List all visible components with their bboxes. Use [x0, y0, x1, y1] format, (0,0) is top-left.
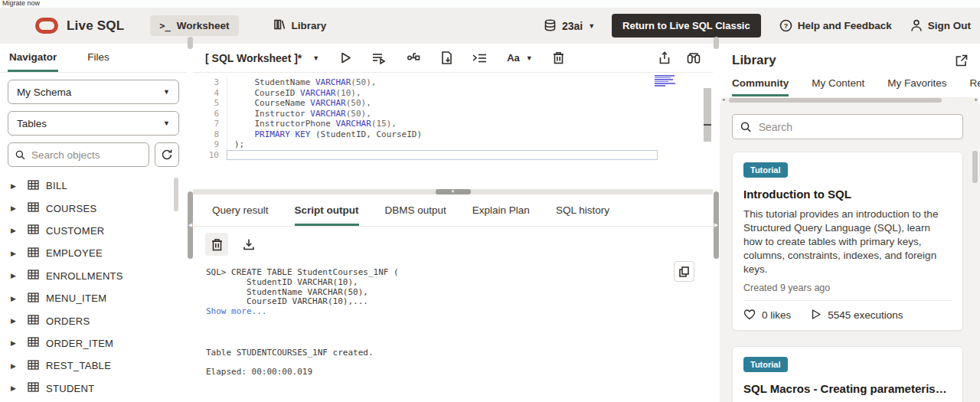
worksheet-title-menu[interactable]: [ SQL Worksheet ]* ▼: [205, 52, 319, 64]
code-line[interactable]: 5 CourseName VARCHAR(50),: [193, 98, 713, 109]
copy-output-button[interactable]: [674, 261, 694, 282]
output-tab-dbms-output[interactable]: DBMS output: [385, 194, 446, 226]
table-row[interactable]: ▶ORDERS: [0, 309, 187, 332]
object-search-input[interactable]: [31, 149, 142, 161]
expand-caret-icon[interactable]: ▶: [11, 250, 28, 257]
likes-button[interactable]: 0 likes: [743, 309, 791, 322]
explain-plan-button[interactable]: [407, 52, 421, 64]
open-external-icon[interactable]: [956, 54, 968, 67]
code-line[interactable]: 3 StudentName VARCHAR(50),: [193, 77, 713, 88]
table-row[interactable]: ▶CUSTOMER: [0, 220, 187, 242]
table-icon: [28, 269, 39, 283]
expand-caret-icon[interactable]: ▶: [11, 384, 28, 392]
text-size-menu[interactable]: Aa ▼: [507, 52, 533, 64]
library-search-input[interactable]: [759, 121, 955, 133]
left-panel-splitter[interactable]: ◀: [187, 44, 193, 402]
table-row[interactable]: ▶BILL: [0, 175, 187, 197]
output-tab-sql-history[interactable]: SQL history: [556, 194, 609, 226]
table-name: CUSTOMER: [46, 225, 105, 237]
run-button[interactable]: [339, 51, 352, 64]
header-right: 23ai ▼ Return to Live SQL Classic ? Help…: [544, 14, 971, 38]
table-row[interactable]: ▶COURSES: [0, 197, 187, 219]
sql-editor[interactable]: 3 StudentName VARCHAR(50),4 CourseID VAR…: [193, 73, 713, 189]
expand-caret-icon[interactable]: ▶: [11, 182, 28, 190]
share-button[interactable]: [658, 51, 671, 64]
database-selector[interactable]: 23ai ▼: [544, 19, 595, 32]
search-icon: [740, 121, 752, 133]
table-name: ORDER_ITEM: [46, 338, 113, 349]
expand-caret-icon[interactable]: ▶: [11, 317, 28, 325]
expand-caret-icon[interactable]: ▶: [11, 272, 28, 279]
expand-caret-icon[interactable]: ▶: [11, 204, 28, 212]
expand-caret-icon[interactable]: ▶: [11, 227, 28, 234]
help-icon: ?: [779, 19, 792, 32]
expand-caret-icon[interactable]: ▶: [11, 295, 28, 302]
line-number: 10: [193, 150, 227, 161]
editor-scrollbar[interactable]: [704, 88, 711, 172]
tab-worksheet[interactable]: >_ Worksheet: [150, 15, 238, 36]
tutorial-card[interactable]: TutorialIntroduction to SQLThis tutorial…: [732, 152, 963, 331]
right-panel-splitter[interactable]: ▶: [713, 44, 719, 402]
migrate-banner: Migrate now: [0, 0, 980, 8]
output-tab-query-result[interactable]: Query result: [212, 194, 269, 226]
find-button[interactable]: [687, 52, 701, 64]
output-tab-script-output[interactable]: Script output: [295, 194, 359, 226]
table-row[interactable]: ▶ENROLLMENTS: [0, 265, 187, 287]
code-line[interactable]: 8 PRIMARY KEY (StudentID, CourseID): [193, 129, 713, 140]
help-feedback-link[interactable]: ? Help and Feedback: [779, 19, 892, 32]
clear-output-button[interactable]: [205, 233, 228, 256]
sidebar-tab-navigator[interactable]: Navigator: [8, 44, 58, 72]
line-number: 8: [193, 129, 227, 140]
sidebar-tab-files[interactable]: Files: [86, 44, 111, 72]
table-row[interactable]: ▶MENU_ITEM: [0, 287, 187, 309]
code-line[interactable]: 9);: [193, 139, 713, 150]
library-icon: [274, 19, 286, 32]
sidebar-tabs: NavigatorFiles: [0, 44, 187, 73]
executions-button[interactable]: 5545 executions: [811, 309, 903, 322]
tutorial-card[interactable]: TutorialSQL Macros - Creating parameteri…: [732, 346, 963, 402]
library-tab-my-content[interactable]: My Content: [812, 71, 864, 96]
run-script-button[interactable]: [372, 52, 387, 64]
object-type-select[interactable]: Tables ▼: [8, 111, 179, 136]
output-tab-explain-plan[interactable]: Explain Plan: [472, 194, 530, 226]
schema-select[interactable]: My Schema ▼: [8, 80, 179, 104]
table-row[interactable]: ▶REST_TABLE: [0, 355, 187, 377]
library-tab-community[interactable]: Community: [732, 71, 789, 96]
show-more-link[interactable]: Show more...: [206, 307, 713, 317]
table-row[interactable]: ▶ORDER_ITEM: [0, 332, 187, 355]
code-line[interactable]: 10: [193, 150, 713, 161]
output-panel-splitter[interactable]: ▼: [193, 189, 713, 194]
terminal-icon: >_: [159, 21, 170, 31]
editor-minimap[interactable]: [655, 75, 678, 87]
library-tab-my-favorites[interactable]: My Favorites: [887, 71, 946, 96]
table-row[interactable]: ▶EMPLOYEE: [0, 242, 187, 264]
library-tab-recently-viewed[interactable]: Recently Viewed: [970, 71, 980, 96]
library-search[interactable]: [732, 114, 963, 139]
tab-library[interactable]: Library: [265, 15, 336, 37]
code-line[interactable]: 4 CourseID VARCHAR(10),: [193, 88, 713, 99]
tab-library-label: Library: [292, 20, 327, 31]
app-header: Live SQL >_ Worksheet Library 23ai ▼ Ret…: [0, 8, 980, 44]
table-row[interactable]: ▶STUDENT: [0, 377, 187, 400]
database-name: 23ai: [562, 20, 583, 32]
code-line[interactable]: 7 InstructorPhone VARCHAR(15),: [193, 119, 713, 129]
migrate-banner-text[interactable]: Migrate now: [2, 0, 40, 7]
object-search[interactable]: [8, 142, 149, 167]
library-scrollbar[interactable]: [972, 151, 978, 402]
signout-link[interactable]: Sign Out: [910, 19, 971, 32]
format-button[interactable]: [472, 53, 487, 64]
output-panel: Query resultScript outputDBMS outputExpl…: [193, 194, 713, 377]
library-tabs-scrollbar[interactable]: ◂▸: [721, 97, 978, 103]
script-output-body: SQL> CREATE TABLE StudentCourses_1NF ( S…: [193, 259, 713, 377]
download-output-button[interactable]: [237, 233, 260, 256]
line-number: 6: [193, 109, 227, 119]
return-classic-button[interactable]: Return to Live SQL Classic: [612, 14, 761, 38]
code-line[interactable]: 6 Instructor VARCHAR(50),: [193, 109, 713, 119]
refresh-button[interactable]: [155, 142, 179, 167]
oracle-logo-icon: [35, 18, 58, 34]
clear-worksheet-button[interactable]: [553, 51, 564, 64]
download-script-button[interactable]: [441, 51, 452, 64]
expand-caret-icon[interactable]: ▶: [11, 362, 28, 370]
sidebar-scrollbar[interactable]: [174, 178, 178, 402]
expand-caret-icon[interactable]: ▶: [11, 339, 28, 347]
